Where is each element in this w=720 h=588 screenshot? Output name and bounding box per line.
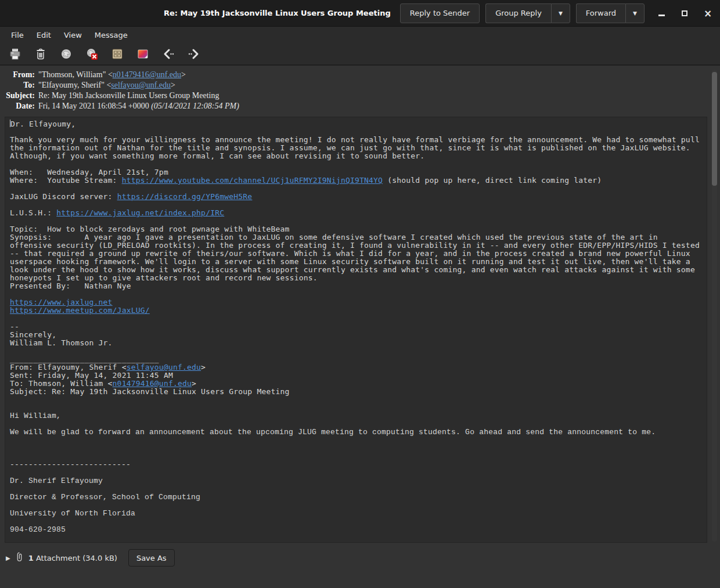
body-line: Sincerely, (10, 331, 707, 339)
menu-message[interactable]: Message (88, 28, 134, 42)
forward-dropdown-icon[interactable]: ▼ (625, 3, 645, 23)
maximize-button[interactable] (681, 9, 689, 17)
from-value: "Thomson, William" <n01479416@unf.edu> (35, 70, 186, 80)
body-line (10, 420, 707, 428)
header-to: To: "Elfayoumy, Sherif" <selfayou@unf.ed… (0, 80, 720, 91)
close-icon: × (704, 9, 712, 17)
reply-to-sender-button[interactable]: Reply to Sender (400, 3, 480, 23)
body-line (10, 445, 707, 453)
body-line: honeypots I set up to give attackers roo… (10, 274, 707, 282)
body-line (10, 485, 707, 493)
header-subject: Subject: Re: May 19th Jacksonville Linux… (0, 91, 720, 101)
body-line: University of North Florida (10, 510, 707, 518)
body-line: -- (10, 323, 707, 331)
body-line (10, 185, 707, 193)
date-label: Date: (0, 101, 35, 111)
scrollbar (712, 70, 717, 542)
print-icon[interactable] (8, 47, 22, 61)
to-email-link[interactable]: selfayou@unf.edu (111, 81, 171, 89)
text-cursor (10, 120, 10, 127)
menu-edit[interactable]: Edit (30, 28, 57, 42)
body-line (10, 201, 707, 209)
attachment-bar: ▶ 1 Attachment (34.0 kB) Save As (0, 547, 720, 568)
forward-split-button: Forward ▼ (576, 3, 645, 23)
maximize-icon (682, 10, 687, 16)
body-line (10, 437, 707, 445)
from-email-link[interactable]: n01479416@unf.edu (113, 70, 181, 79)
group-reply-button[interactable]: Group Reply (485, 3, 551, 23)
message-body: Dr. Elfayoumy, Thank you very much for y… (5, 117, 707, 543)
menu-file[interactable]: File (5, 28, 30, 42)
body-line (10, 453, 707, 461)
body-line: L.U.S.H.: https://www.jaxlug.net/index.p… (10, 209, 707, 217)
message-headers: From: "Thomson, William" <n01479416@unf.… (0, 66, 720, 117)
body-line: Where: Youtube Stream: https://www.youtu… (10, 176, 707, 185)
body-link[interactable]: https://www.jaxlug.net (10, 298, 113, 306)
body-line: Dr. Sherif Elfayoumy (10, 477, 707, 485)
body-line: -- that required a ground up rewrite of … (10, 250, 707, 258)
body-line: https://www.meetup.com/JaxLUG/ (10, 306, 707, 315)
scrollbar-thumb[interactable] (712, 72, 717, 186)
body-line: When: Wednesday, April 21st, 7pm (10, 168, 707, 176)
body-line: Synopsis: A year ago I gave a presentati… (10, 233, 707, 241)
body-line (10, 404, 707, 412)
color-label-icon[interactable] (136, 47, 150, 61)
attachment-summary[interactable]: 1 Attachment (34.0 kB) (28, 554, 117, 562)
body-line: Director & Professor, School of Computin… (10, 493, 707, 502)
body-line (10, 315, 707, 323)
body-link[interactable]: https://www.youtube.com/channel/UCj1uRFM… (122, 176, 383, 185)
body-link[interactable]: https://discord.gg/YP6mweH5Re (117, 192, 253, 201)
toolbar (0, 43, 720, 66)
body-line: William L. Thomson Jr. (10, 339, 707, 347)
titlebar-actions: Reply to Sender Group Reply ▼ Forward ▼ (400, 3, 645, 23)
window-controls: × (657, 9, 712, 17)
body-line (10, 518, 707, 526)
window-title: Re: May 19th Jacksonville Linux Users Gr… (164, 9, 391, 17)
body-line: userspace hooking framework. We'll login… (10, 258, 707, 266)
mark-not-junk-icon[interactable] (85, 47, 99, 61)
body-line: offensive security (LD_PRELOAD rootkits)… (10, 241, 707, 250)
body-line (10, 396, 707, 404)
mark-junk-icon[interactable] (59, 47, 73, 61)
body-link[interactable]: https://www.jaxlug.net/index.php/IRC (56, 208, 224, 217)
delete-icon[interactable] (34, 47, 48, 61)
paperclip-icon (16, 552, 23, 564)
archive-icon[interactable] (110, 47, 124, 61)
next-message-icon[interactable] (187, 47, 201, 61)
menu-view[interactable]: View (57, 28, 88, 42)
header-from: From: "Thomson, William" <n01479416@unf.… (0, 70, 720, 80)
header-date: Date: Fri, 14 May 2021 16:08:54 +0000 (0… (0, 101, 720, 111)
body-line: Dr. Elfayoumy, (10, 120, 707, 128)
body-line: ________________________________ (10, 355, 707, 363)
forward-button[interactable]: Forward (576, 3, 625, 23)
previous-message-icon[interactable] (161, 47, 175, 61)
body-link[interactable]: selfayou@unf.edu (127, 363, 201, 371)
menubar: File Edit View Message (0, 27, 720, 43)
subject-label: Subject: (0, 91, 35, 101)
date-value: Fri, 14 May 2021 16:08:54 +0000 (05/14/2… (35, 101, 239, 111)
group-reply-dropdown-icon[interactable]: ▼ (551, 3, 570, 23)
body-line: To: Thomson, William <n01479416@unf.edu> (10, 380, 707, 388)
minimize-icon (658, 15, 665, 16)
body-link[interactable]: n01479416@unf.edu (113, 379, 192, 388)
body-line (10, 217, 707, 225)
group-reply-split-button: Group Reply ▼ (485, 3, 570, 23)
body-line: Although, if you want something more for… (10, 152, 707, 160)
body-line: Topic: How to block zerodays and root pw… (10, 225, 707, 233)
body-line: Presented By: Nathan Nye (10, 282, 707, 290)
body-link[interactable]: https://www.meetup.com/JaxLUG/ (10, 306, 150, 315)
close-button[interactable]: × (704, 9, 712, 17)
from-label: From: (0, 70, 35, 80)
body-line: https://www.jaxlug.net (10, 298, 707, 306)
body-line: From: Elfayoumy, Sherif <selfayou@unf.ed… (10, 363, 707, 371)
attachment-expander-icon[interactable]: ▶ (6, 555, 10, 561)
body-line (10, 160, 707, 168)
body-line: We will be glad to forward an announceme… (10, 428, 707, 437)
body-line (10, 128, 707, 136)
body-line: 904-620-2985 (10, 526, 707, 534)
subject-value: Re: May 19th Jacksonville Linux Users Gr… (35, 91, 219, 101)
body-line: look under the hood to show how it works… (10, 266, 707, 274)
body-line: JaxLUG Discord server: https://discord.g… (10, 193, 707, 201)
minimize-button[interactable] (657, 9, 665, 17)
save-as-button[interactable]: Save As (128, 549, 175, 567)
